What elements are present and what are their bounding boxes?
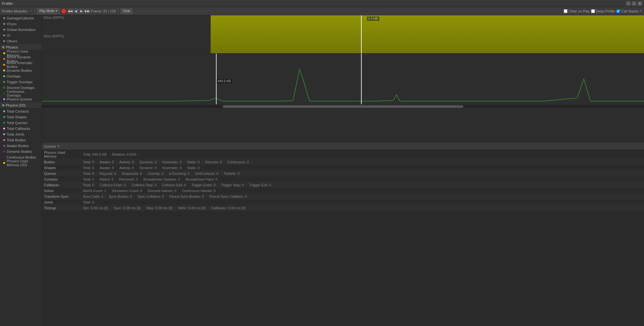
stats-cell-1-7: Continuous: 0: [225, 159, 252, 165]
sidebar-item-label-physics2d-9: Physics Used Memory (2D): [7, 159, 39, 167]
step-forward-button[interactable]: ▶▶: [85, 9, 90, 14]
stats-cell-6-1: Simulation Count: 0: [109, 188, 145, 193]
title-bar-icons: ─ □ ✕: [626, 1, 642, 6]
step-back-button[interactable]: ◀◀: [68, 9, 73, 14]
call-stacks-checkbox[interactable]: [616, 9, 620, 13]
sidebar-item-label-physics-6: Discreet Overlaps: [7, 86, 34, 90]
sidebar-item-label-top-2: Global Illumination: [7, 28, 36, 32]
clear-on-play-checkbox[interactable]: [564, 9, 568, 13]
stats-cell-3-1: Raycast: 0: [97, 171, 119, 176]
sidebar-item-physics2d-4[interactable]: Total Joints: [0, 131, 42, 137]
stats-row-5: CallbacksTotal: 0Collision Enter: 0Colli…: [42, 182, 644, 188]
deep-profile-checkbox[interactable]: [591, 9, 595, 13]
timeline-area[interactable]: 33ms (30FPS) 16ms (60FPS) 0.9 MB: [42, 15, 644, 143]
record-button[interactable]: [61, 9, 66, 14]
minimize-icon[interactable]: ─: [626, 1, 631, 6]
sidebar-item-top-2[interactable]: Global Illumination: [0, 27, 42, 33]
timeline-row-1[interactable]: 33ms (30FPS) 16ms (60FPS) 0.9 MB: [42, 15, 644, 54]
sidebar-item-physics2d-0[interactable]: Total Contacts: [0, 108, 42, 114]
stats-cell-5-3: Collision Exit: 0: [160, 182, 189, 188]
clear-button[interactable]: Clear: [120, 8, 133, 14]
current-label: Current: [44, 144, 56, 148]
sidebar-item-physics-7[interactable]: Continuous Overlaps: [0, 91, 42, 96]
sidebar-physics-items: Physics Used MemoryActive Dynamic Bodies…: [0, 50, 42, 102]
stats-cell-9-3: Write: 0.00 ms [0]: [176, 205, 208, 211]
timeline-value-2: 445.0 KB: [217, 79, 232, 83]
sidebar-item-physics-4[interactable]: Overlaps: [0, 73, 42, 79]
stats-cell-4-4: Broadphase Pairs: 0: [183, 177, 220, 182]
physics2d-icon: ⊞: [2, 103, 4, 107]
sidebar-item-label-physics2d-7: Dynamic Bodies: [7, 150, 32, 153]
timeline-scrollbar-thumb[interactable]: [223, 105, 464, 108]
sidebar-item-label-top-0: GarbageCollector: [7, 16, 34, 20]
sidebar-item-physics2d-7[interactable]: Dynamic Bodies: [0, 149, 42, 154]
sidebar-physics2d-items: Total ContactsTotal ShapesTotal QueriesT…: [0, 108, 42, 166]
stats-cell-1-4: Kinematic: 0: [160, 159, 185, 165]
sidebar-item-top-0[interactable]: GarbageCollector: [0, 15, 42, 21]
call-stacks-arrow: ▼: [640, 10, 642, 12]
stats-category-8: Joints: [42, 200, 80, 205]
sidebar-item-physics2d-2[interactable]: Total Queries: [0, 120, 42, 126]
stats-cells-2: Total: 0Awake: 0Asleep: 0Dynamic: 0Kinem…: [80, 165, 644, 170]
close-icon[interactable]: ✕: [638, 1, 642, 6]
sidebar-item-physics2d-6[interactable]: Awake Bodies: [0, 143, 42, 149]
sidebar-item-label-physics2d-8: Continuous Bodies: [7, 155, 36, 159]
sidebar-item-physics2d-9[interactable]: Physics Used Memory (2D): [0, 160, 42, 166]
sidebar-item-top-3[interactable]: UI: [0, 33, 42, 38]
sidebar-physics2d-header[interactable]: ⊞ Physics (2D): [0, 102, 42, 108]
stats-cell-1-3: Dynamic: 0: [137, 159, 160, 165]
sidebar-item-physics2d-3[interactable]: Total Callbacks: [0, 126, 42, 131]
timeline-row1-label: 33ms (30FPS): [43, 16, 64, 19]
title-bar-label: Profiler: [2, 2, 626, 5]
stats-cell-2-5: Static: 0: [185, 165, 203, 170]
maximize-icon[interactable]: □: [632, 1, 636, 6]
sidebar-item-label-physics-3: Dynamic Bodies: [7, 69, 32, 72]
sidebar-item-physics2d-5[interactable]: Total Bodies: [0, 137, 42, 143]
toolbar-sep-1: [34, 9, 35, 14]
stats-cell-1-5: Static: 0: [185, 159, 203, 165]
frame-info: Frame: 25 / 115: [91, 9, 116, 13]
play-mode-button[interactable]: Play Mode ▼: [37, 8, 60, 14]
stats-category-3: Queries: [42, 171, 80, 176]
sidebar-item-physics-5[interactable]: Trigger Overlaps: [0, 79, 42, 85]
toolbar: Profiler Modules ▼ Play Mode ▼ ◀◀ ◀ ▶ ▶▶…: [0, 7, 644, 15]
stats-cells-9: Sim: 0.00 ms [4]Sync: 0.00 ms [4]Step: 0…: [80, 205, 644, 211]
sidebar-item-top-1[interactable]: VSync: [0, 21, 42, 27]
stats-row-9: TimingsSim: 0.00 ms [4]Sync: 0.00 ms [4]…: [42, 205, 644, 211]
stats-row-0: Physics Used MemoryTotal: 445.0 KBRelati…: [42, 150, 644, 159]
stats-cell-7-2: Sync Colliders: 0: [135, 194, 167, 199]
stats-cells-3: Total: 0Raycast: 0Shapecast: 0Overlap: 0…: [80, 171, 644, 176]
sidebar-item-label-physics2d-0: Total Contacts: [7, 109, 29, 113]
physics2d-label: Physics (2D): [6, 103, 25, 107]
stats-cells-5: Total: 0Collision Enter: 0Collision Stay…: [80, 182, 644, 188]
next-frame-button[interactable]: ▶: [79, 9, 84, 14]
clear-on-play-wrapper: Clear on Play: [564, 9, 590, 13]
timeline-scrollbar[interactable]: [42, 105, 644, 108]
timeline-row-2[interactable]: 445.0 KB: [42, 54, 644, 105]
sidebar-item-top-4[interactable]: Others: [0, 38, 42, 44]
current-dropdown[interactable]: ▼: [57, 144, 60, 148]
timeline-value-1: 0.9 MB: [367, 17, 379, 21]
sidebar-item-physics2d-1[interactable]: Total Shapes: [0, 114, 42, 120]
deep-profile-label: Deep Profile: [596, 9, 615, 13]
stats-cell-1-1: Awake: 0: [97, 159, 117, 165]
sidebar-item-label-physics-2: Active Kinematic Bodies: [7, 61, 39, 69]
stats-category-6: Solver: [42, 188, 80, 193]
stats-cell-5-6: Trigger Exit: 0: [247, 182, 274, 188]
timeline-cursor-2: [361, 54, 362, 104]
stats-cell-8-0: Total: 0: [80, 200, 97, 205]
title-bar: Profiler ─ □ ✕: [0, 0, 644, 7]
stats-cells-1: Total: 0Awake: 0Asleep: 0Dynamic: 0Kinem…: [80, 159, 644, 165]
physics-label: Physics: [6, 45, 18, 49]
toolbar-sep-2: [118, 9, 118, 14]
sidebar-item-label-top-4: Others: [7, 39, 17, 43]
timeline-chart-svg: [42, 54, 644, 104]
stats-cell-4-1: Added: 0: [97, 177, 116, 182]
sidebar-item-physics-2[interactable]: Active Kinematic Bodies: [0, 62, 42, 68]
sidebar-item-label-physics2d-3: Total Callbacks: [7, 127, 30, 130]
sidebar-item-label-top-1: VSync: [7, 22, 17, 26]
play-mode-label: Play Mode: [39, 9, 54, 13]
stats-cell-3-2: Shapecast: 0: [119, 171, 145, 176]
prev-frame-button[interactable]: ◀: [73, 9, 78, 14]
stats-row-4: ContactsTotal: 0Added: 0Removed: 0Broadp…: [42, 176, 644, 182]
